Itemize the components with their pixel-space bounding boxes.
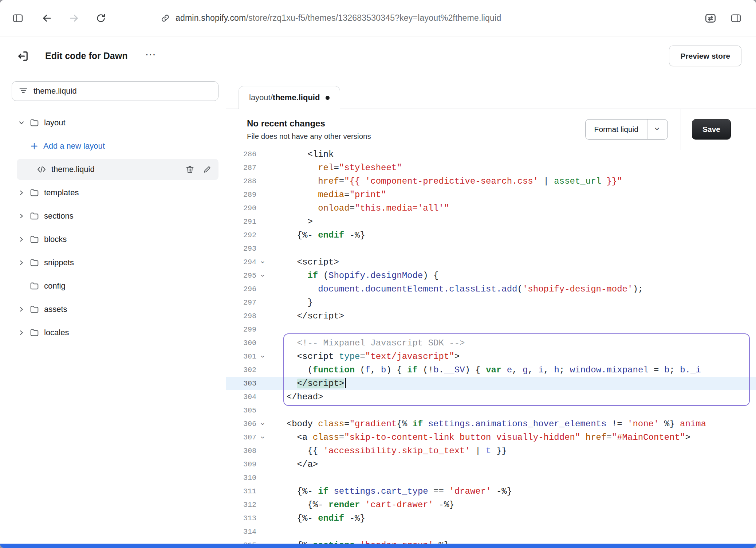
format-liquid-button[interactable]: Format liquid ›: [585, 119, 668, 140]
sidebar-folder-templates[interactable]: templates: [0, 181, 226, 204]
rename-file-button[interactable]: [201, 163, 213, 176]
line-content[interactable]: <a class="skip-to-content-link button vi…: [269, 431, 756, 444]
chevron-right-icon[interactable]: [17, 329, 26, 337]
code-line-315[interactable]: 315 {% sections 'header-group' %}: [226, 539, 756, 544]
line-content[interactable]: (function (f, b) { if (!b.__SV) { var e,…: [269, 363, 756, 377]
save-button[interactable]: Save: [692, 119, 731, 140]
code-line-294[interactable]: 294› <script>: [226, 255, 756, 269]
code-line-300[interactable]: 300 <!-- Mixpanel Javascript SDK -->: [226, 336, 756, 350]
sidebar-folder-locales[interactable]: locales: [0, 321, 226, 344]
code-line-297[interactable]: 297 }: [226, 296, 756, 309]
code-line-313[interactable]: 313 {%- endif -%}: [226, 512, 756, 525]
chevron-right-icon[interactable]: [17, 212, 26, 220]
line-content[interactable]: document.documentElement.classList.add('…: [269, 282, 756, 296]
code-line-309[interactable]: 309 </a>: [226, 458, 756, 471]
line-content[interactable]: href="{{ 'component-predictive-search.cs…: [269, 175, 756, 188]
fold-toggle-icon[interactable]: ›: [256, 417, 269, 431]
code-line-302[interactable]: 302 (function (f, b) { if (!b.__SV) { va…: [226, 363, 756, 377]
code-line-293[interactable]: 293: [226, 242, 756, 255]
format-liquid-dropdown[interactable]: ›: [647, 120, 668, 139]
sidebar-file-theme-liquid[interactable]: theme.liquid: [17, 159, 218, 180]
code-line-303[interactable]: 303 </script>: [226, 377, 756, 390]
fold-toggle-icon[interactable]: ›: [256, 269, 269, 282]
line-content[interactable]: <!-- Mixpanel Javascript SDK -->: [269, 336, 756, 350]
reload-button[interactable]: [92, 10, 109, 27]
line-content[interactable]: {%- endif -%}: [269, 228, 756, 242]
forward-button[interactable]: [66, 10, 82, 27]
code-line-291[interactable]: 291 >: [226, 215, 756, 228]
chevron-right-icon[interactable]: [17, 305, 26, 313]
code-line-301[interactable]: 301› <script type="text/javascript">: [226, 350, 756, 363]
delete-file-button[interactable]: [184, 163, 196, 176]
code-line-307[interactable]: 307› <a class="skip-to-content-link butt…: [226, 431, 756, 444]
line-content[interactable]: >: [269, 215, 756, 228]
code-line-308[interactable]: 308 {{ 'accessibility.skip_to_text' | t …: [226, 444, 756, 458]
line-content[interactable]: {{ 'accessibility.skip_to_text' | t }}: [269, 444, 756, 458]
preview-store-button[interactable]: Preview store: [669, 46, 741, 66]
fold-toggle-icon[interactable]: ›: [256, 431, 269, 444]
code-line-304[interactable]: 304 </head>: [226, 390, 756, 404]
line-content[interactable]: </script>: [269, 309, 756, 323]
code-line-289[interactable]: 289 media="print": [226, 188, 756, 201]
line-content[interactable]: </script>: [269, 377, 756, 390]
extensions-icon[interactable]: [702, 10, 719, 27]
line-content[interactable]: }: [269, 296, 756, 309]
code-line-310[interactable]: 310: [226, 471, 756, 485]
sidebar-folder-config[interactable]: config: [0, 274, 226, 298]
code-line-305[interactable]: 305: [226, 404, 756, 417]
code-line-295[interactable]: 295› if (Shopify.designMode) {: [226, 269, 756, 282]
line-content[interactable]: </head>: [269, 390, 756, 404]
url-bar[interactable]: admin.shopify.com/store/rzq1xu-f5/themes…: [160, 13, 501, 23]
line-content[interactable]: <script type="text/javascript">: [269, 350, 756, 363]
line-content[interactable]: </a>: [269, 458, 756, 471]
tab-theme-liquid[interactable]: layout/theme.liquid: [239, 86, 340, 109]
code-line-299[interactable]: 299: [226, 323, 756, 336]
code-line-296[interactable]: 296 document.documentElement.classList.a…: [226, 282, 756, 296]
code-line-287[interactable]: 287 rel="stylesheet": [226, 161, 756, 175]
exit-editor-button[interactable]: [15, 48, 31, 64]
line-content[interactable]: [269, 242, 756, 255]
line-content[interactable]: [269, 323, 756, 336]
code-line-286[interactable]: 286 <link: [226, 150, 756, 161]
code-line-312[interactable]: 312 {%- render 'cart-drawer' -%}: [226, 498, 756, 512]
line-content[interactable]: {% sections 'header-group' %}: [269, 539, 756, 544]
line-content[interactable]: <body class="gradient{% if settings.anim…: [269, 417, 756, 431]
line-content[interactable]: [269, 525, 756, 539]
sidebar-folder-snippets[interactable]: snippets: [0, 251, 226, 274]
code-line-306[interactable]: 306› <body class="gradient{% if settings…: [226, 417, 756, 431]
line-content[interactable]: <script>: [269, 255, 756, 269]
file-filter-input[interactable]: [34, 86, 212, 96]
line-content[interactable]: <link: [269, 150, 756, 161]
line-content[interactable]: [269, 404, 756, 417]
line-content[interactable]: onload="this.media='all'": [269, 201, 756, 215]
chevron-right-icon[interactable]: [17, 189, 26, 197]
line-content[interactable]: if (Shopify.designMode) {: [269, 269, 756, 282]
more-actions-button[interactable]: ⋯: [143, 49, 158, 63]
fold-toggle-icon[interactable]: ›: [256, 255, 269, 269]
line-content[interactable]: {%- endif -%}: [269, 512, 756, 525]
code-line-311[interactable]: 311 {%- if settings.cart_type == 'drawer…: [226, 485, 756, 498]
fold-toggle-icon[interactable]: ›: [256, 350, 269, 363]
code-line-292[interactable]: 292 {%- endif -%}: [226, 228, 756, 242]
sidebar-toggle-icon[interactable]: [9, 10, 26, 27]
line-content[interactable]: rel="stylesheet": [269, 161, 756, 175]
split-view-icon[interactable]: [728, 10, 744, 27]
sidebar-folder-assets[interactable]: assets: [0, 298, 226, 321]
chevron-down-icon[interactable]: [17, 119, 26, 127]
sidebar-folder-sections[interactable]: sections: [0, 204, 226, 228]
back-button[interactable]: [39, 10, 55, 27]
file-filter-box[interactable]: [12, 81, 218, 101]
chevron-right-icon[interactable]: [17, 259, 26, 267]
line-content[interactable]: media="print": [269, 188, 756, 201]
code-line-314[interactable]: 314: [226, 525, 756, 539]
chevron-right-icon[interactable]: [17, 235, 26, 243]
code-editor[interactable]: 286 <link287 rel="stylesheet"288 href="{…: [226, 150, 756, 544]
code-line-288[interactable]: 288 href="{{ 'component-predictive-searc…: [226, 175, 756, 188]
sidebar-action-add-a-new-layout[interactable]: Add a new layout: [0, 134, 226, 158]
code-line-290[interactable]: 290 onload="this.media='all'": [226, 201, 756, 215]
line-content[interactable]: {%- render 'cart-drawer' -%}: [269, 498, 756, 512]
line-content[interactable]: {%- if settings.cart_type == 'drawer' -%…: [269, 485, 756, 498]
sidebar-folder-blocks[interactable]: blocks: [0, 228, 226, 251]
line-content[interactable]: [269, 471, 756, 485]
sidebar-folder-layout[interactable]: layout: [0, 111, 226, 134]
